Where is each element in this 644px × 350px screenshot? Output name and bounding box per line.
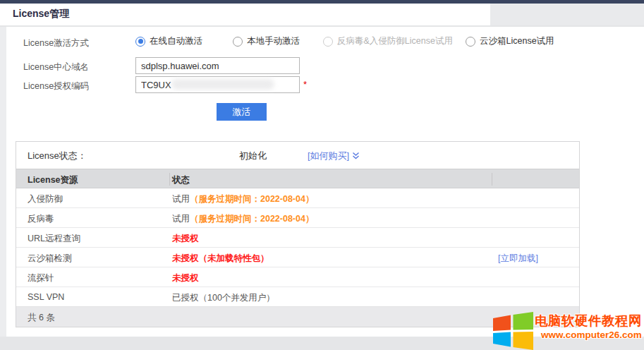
radio-option-label: 本地手动激活 (247, 35, 300, 47)
status-text: 试用 (172, 194, 190, 204)
resource-name: 云沙箱检测 (28, 253, 72, 265)
watermark-site-url: www.computer26.com (541, 330, 642, 340)
table-row: SSL VPN已授权（100个并发用户） (16, 287, 579, 307)
status-text: 已授权（100个并发用户） (172, 293, 275, 303)
resource-status: 已授权（100个并发用户） (172, 292, 275, 304)
license-management-screen: License管理 License激活方式 在线自动激活本地手动激活反病毒&入侵… (0, 0, 644, 350)
double-chevron-down-icon[interactable] (352, 152, 360, 160)
license-code-label: License授权编码 (23, 80, 89, 92)
radio-button-icon (323, 37, 333, 47)
activation-radio-option[interactable]: 云沙箱License试用 (466, 35, 554, 47)
left-margin (0, 27, 6, 337)
resource-status: 未授权 (172, 272, 199, 284)
site-watermark: 电脑软硬件教程网 www.computer26.com (490, 310, 644, 350)
resource-status: 试用（服务过期时间：2022-08-04） (172, 193, 314, 205)
resource-name: URL远程查询 (28, 233, 80, 245)
table-row: 流探针未授权 (16, 267, 579, 287)
table-header: License资源 状态 (16, 169, 579, 188)
status-text: 试用 (172, 214, 190, 224)
column-header-resource: License资源 (28, 174, 78, 186)
license-status-row: License状态： 初始化 [如何购买] (16, 142, 579, 169)
resource-status: 未授权（未加载特性包） (172, 253, 269, 265)
table-row: 云沙箱检测未授权（未加载特性包）[立即加载] (16, 248, 579, 267)
license-domain-input[interactable] (135, 57, 300, 74)
resource-name: SSL VPN (28, 292, 64, 302)
how-to-buy-link[interactable]: [如何购买] (308, 150, 360, 162)
header-column-divider (169, 173, 170, 186)
activation-radio-option[interactable]: 在线自动激活 (135, 35, 202, 47)
load-now-link[interactable]: [立即加载] (498, 253, 538, 265)
resource-name: 反病毒 (28, 213, 54, 225)
activation-mode-radio-group: 在线自动激活本地手动激活反病毒&入侵防御License试用云沙箱License试… (135, 35, 629, 49)
activation-mode-label: License激活方式 (23, 37, 89, 49)
status-text: 未授权 (172, 234, 199, 243)
windows-flag-icon (493, 312, 534, 350)
header-divider (0, 25, 644, 27)
table-row: 反病毒试用（服务过期时间：2022-08-04） (16, 208, 579, 228)
how-to-buy-link-text: [如何购买] (308, 150, 349, 162)
resource-status: 试用（服务过期时间：2022-08-04） (172, 213, 314, 225)
status-text: （服务过期时间：2022-08-04） (190, 194, 314, 204)
license-status-label: License状态： (28, 150, 87, 162)
status-text: （服务过期时间：2022-08-04） (190, 214, 314, 224)
radio-button-icon[interactable] (135, 37, 145, 47)
license-status-value: 初始化 (239, 150, 267, 162)
column-header-status: 状态 (172, 174, 190, 186)
status-text: 未授权 (172, 273, 199, 283)
activation-radio-option[interactable]: 本地手动激活 (233, 35, 300, 47)
radio-option-label: 云沙箱License试用 (480, 35, 554, 47)
header-background (490, 4, 644, 25)
activation-radio-option: 反病毒&入侵防御License试用 (323, 35, 453, 47)
header-column-divider (492, 173, 492, 186)
required-asterisk: * (303, 79, 307, 90)
redacted-license-code (171, 79, 274, 90)
table-body: 入侵防御试用（服务过期时间：2022-08-04）反病毒试用（服务过期时间：20… (16, 188, 579, 307)
radio-option-label: 在线自动激活 (150, 35, 202, 47)
status-text: 未授权（未加载特性包） (172, 253, 269, 263)
radio-button-icon[interactable] (233, 37, 243, 47)
license-table: License状态： 初始化 [如何购买] License资源 状态 入侵防御试… (16, 141, 580, 327)
resource-name: 入侵防御 (28, 193, 63, 205)
activate-button[interactable]: 激活 (217, 103, 267, 121)
row-count: 共 6 条 (28, 312, 55, 324)
resource-name: 流探针 (28, 272, 54, 284)
license-domain-label: License中心域名 (23, 61, 89, 73)
table-row: URL远程查询未授权 (16, 228, 579, 248)
resource-status: 未授权 (172, 233, 199, 245)
radio-option-label: 反病毒&入侵防御License试用 (337, 35, 453, 47)
watermark-site-name: 电脑软硬件教程网 (535, 312, 642, 330)
table-row: 入侵防御试用（服务过期时间：2022-08-04） (16, 188, 579, 208)
radio-button-icon[interactable] (466, 37, 475, 47)
page-title: License管理 (13, 8, 69, 20)
